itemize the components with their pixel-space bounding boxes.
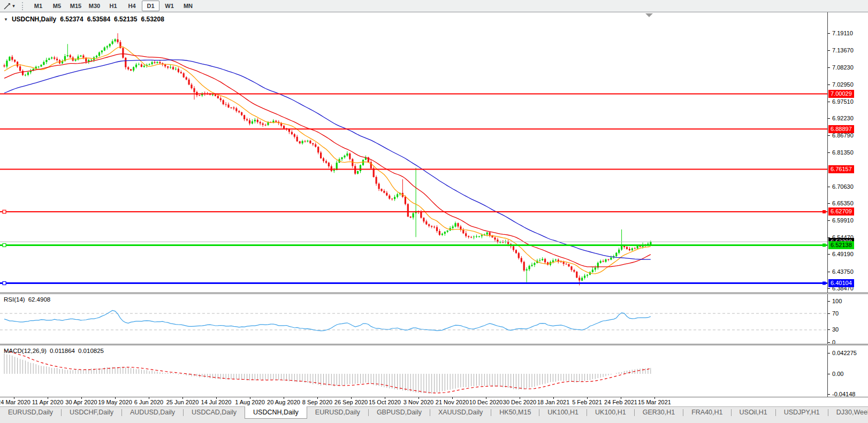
- macd-tick-mark: [828, 353, 830, 353]
- date-label: 6 Jun 2020: [134, 399, 163, 405]
- date-label: 21 Nov 2020: [436, 399, 469, 405]
- price-tick-label: 7.13670: [832, 47, 854, 54]
- price-tick-label: 6.81350: [832, 149, 854, 156]
- line-end-marker[interactable]: [823, 210, 826, 213]
- chart-tab-xauusd-daily[interactable]: XAUUSD,Daily: [430, 407, 491, 418]
- rsi-tick-label: 30: [832, 326, 839, 333]
- quote-close: 6.53208: [141, 16, 164, 23]
- price-tick-label: 7.08230: [832, 64, 854, 71]
- quote-low: 6.52135: [114, 16, 137, 23]
- price-level-label: 6.62709: [828, 207, 854, 216]
- macd-histogram: [4, 353, 651, 394]
- timeframe-m1[interactable]: M1: [29, 1, 47, 11]
- price-tick-label: 6.86790: [832, 132, 854, 139]
- macd-value: 0.011864: [50, 348, 75, 354]
- chart-tab-gbpusd-daily[interactable]: GBPUSD,Daily: [369, 407, 430, 418]
- annotation-cursor-icon[interactable]: ▾: [1, 1, 17, 11]
- chart-tab-usdchf-daily[interactable]: USDCHF,Daily: [62, 407, 121, 418]
- macd-tick-label: 0.042275: [832, 350, 857, 357]
- line-start-marker[interactable]: [3, 243, 6, 247]
- line-start-marker[interactable]: [3, 282, 6, 285]
- price-chart-panel: ▼ USDCNH,Daily 6.52374 6.53584 6.52135 6…: [0, 12, 868, 293]
- line-end-marker[interactable]: [823, 243, 826, 247]
- timeframe-mn[interactable]: MN: [179, 1, 197, 11]
- date-label: 11 Apr 2020: [32, 399, 64, 405]
- line-end-marker[interactable]: [823, 282, 826, 285]
- price-tick-label: 6.97510: [832, 98, 854, 105]
- price-tick-mark: [828, 203, 830, 204]
- rsi-tick-mark: [828, 301, 830, 302]
- date-label: 14 Jul 2020: [201, 399, 232, 405]
- chart-tab-eurusd-daily[interactable]: EURUSD,Daily: [307, 407, 368, 418]
- date-axis-corner: [827, 397, 868, 406]
- macd-tick-mark: [828, 394, 830, 395]
- rsi-tick-label: 70: [832, 310, 839, 317]
- price-tick-mark: [828, 254, 830, 255]
- price-tick-mark: [828, 50, 830, 51]
- collapse-triangle-icon[interactable]: ▼: [4, 17, 8, 22]
- chart-tab-usoil-h1[interactable]: USOil,H1: [732, 407, 775, 418]
- price-tick-mark: [828, 135, 830, 136]
- price-level-label: 6.76157: [828, 165, 854, 173]
- price-tick-mark: [828, 67, 830, 68]
- chart-tab-usdcnh-daily[interactable]: USDCNH,Daily: [245, 406, 307, 419]
- price-tick-label: 6.49190: [832, 251, 854, 258]
- chart-shift-marker[interactable]: [645, 13, 653, 17]
- chart-tab-usdjpy-h1[interactable]: USDJPY,H1: [776, 407, 828, 418]
- date-label: 18 Jan 2021: [537, 399, 570, 405]
- price-tick-mark: [828, 118, 830, 119]
- price-tick-label: 6.43750: [832, 268, 854, 275]
- price-tick-label: 6.65350: [832, 200, 854, 207]
- chart-tab-uk100-h1[interactable]: UK100,H1: [539, 407, 587, 418]
- rsi-canvas[interactable]: [0, 294, 827, 344]
- quote-open: 6.52374: [60, 16, 83, 23]
- line-start-marker[interactable]: [3, 210, 6, 213]
- timeframe-h1[interactable]: H1: [104, 1, 122, 11]
- date-label: 30 Dec 2020: [503, 399, 536, 405]
- timeframe-d1[interactable]: D1: [142, 1, 159, 11]
- ma-line-25: [4, 54, 651, 267]
- chart-tab-dj30-weekly[interactable]: DJ30,Weekly: [828, 407, 868, 418]
- chart-tab-eurusd-daily[interactable]: EURUSD,Daily: [0, 407, 61, 418]
- ma-line-10: [4, 47, 651, 274]
- macd-label: MACD(12,26,9) 0.011864 0.010825: [4, 348, 104, 354]
- chart-tab-uk100-h1[interactable]: UK100,H1: [587, 407, 634, 418]
- chart-tab-audusd-daily[interactable]: AUDUSD,Daily: [122, 407, 183, 418]
- chart-tab-bar: EURUSD,DailyUSDCHF,DailyAUDUSD,DailyUSDC…: [0, 406, 868, 423]
- timeframe-m5[interactable]: M5: [48, 1, 66, 11]
- macd-canvas[interactable]: [0, 345, 827, 397]
- price-level-label: 6.52138: [828, 241, 854, 249]
- date-label: 10 Dec 2020: [469, 399, 502, 405]
- tool-dropdown-arrow[interactable]: ▾: [12, 1, 15, 11]
- price-tick-mark: [828, 33, 830, 34]
- price-tick-label: 7.19110: [832, 30, 853, 37]
- chart-tab-usdcad-daily[interactable]: USDCAD,Daily: [184, 407, 245, 418]
- date-label: 24 Feb 2021: [604, 399, 637, 405]
- timeframe-toolbar: ▾ M1M5M15M30H1H4D1W1MN: [0, 0, 868, 12]
- rsi-tick-mark: [828, 313, 830, 314]
- price-tick-mark: [828, 288, 830, 289]
- chart-tab-ger30-h1[interactable]: GER30,H1: [635, 407, 683, 418]
- timeframe-buttons: M1M5M15M30H1H4D1W1MN: [29, 1, 197, 11]
- price-chart-canvas[interactable]: [0, 12, 827, 293]
- date-label: 30 Apr 2020: [65, 399, 97, 405]
- timeframe-m30[interactable]: M30: [86, 1, 103, 11]
- price-tick-mark: [828, 102, 830, 102]
- date-label: 15 Oct 2020: [369, 399, 401, 405]
- chart-tab-fra40-h1[interactable]: FRA40,H1: [683, 407, 730, 418]
- date-label: 20 Aug 2020: [267, 399, 300, 405]
- timeframe-h4[interactable]: H4: [123, 1, 141, 11]
- price-tick-mark: [828, 272, 830, 272]
- price-axis[interactable]: 7.191107.136707.082307.029506.975106.922…: [827, 12, 868, 293]
- chart-symbol-period: USDCNH,Daily: [12, 16, 56, 23]
- timeframe-m15[interactable]: M15: [67, 1, 85, 11]
- price-tick-mark: [828, 187, 830, 187]
- chart-tab-hk50-m15[interactable]: HK50,M15: [491, 407, 539, 418]
- timeframe-w1[interactable]: W1: [161, 1, 178, 11]
- cursor-glyph: [3, 2, 11, 10]
- price-tick-mark: [828, 152, 830, 153]
- rsi-tick-mark: [828, 329, 830, 330]
- date-label: 26 Sep 2020: [334, 399, 368, 405]
- rsi-panel: RSI(14) 62.4908 10070300: [0, 294, 868, 344]
- toolbar-grip[interactable]: [22, 2, 25, 10]
